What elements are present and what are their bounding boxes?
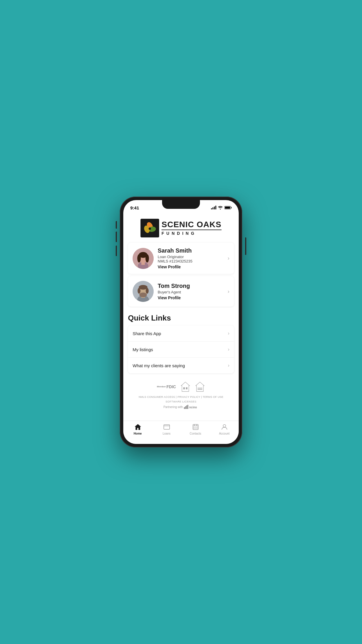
- status-icons: [211, 206, 232, 209]
- footer-links[interactable]: NMLS CONSUMER ACCESS | PRIVACY POLICY | …: [139, 396, 224, 398]
- fdic-main-text: FDIC: [166, 384, 176, 389]
- svg-rect-35: [193, 424, 198, 430]
- battery-icon: [224, 206, 232, 209]
- svg-point-13: [137, 254, 141, 262]
- tab-loans[interactable]: Loans: [152, 423, 181, 435]
- oak-logo-svg: [142, 220, 157, 236]
- phone-frame: 9:41: [120, 197, 242, 447]
- profile-info-sarah: Sarah Smith Loan Originator NMLS #123432…: [158, 247, 224, 269]
- equal-housing-opportunity-icon: [195, 382, 205, 392]
- quick-link-clients-saying-label: What my clients are saying: [133, 363, 185, 368]
- tab-contacts[interactable]: Contacts: [181, 423, 210, 435]
- notch: [162, 200, 200, 209]
- svg-rect-1: [231, 207, 232, 209]
- profile-nmls-sarah: NMLS #1234325235: [158, 259, 224, 263]
- quick-links-card: Share this App › My listings › What my c…: [128, 326, 234, 373]
- svg-marker-26: [196, 382, 204, 391]
- svg-rect-30: [185, 406, 186, 409]
- wifi-icon: [218, 206, 223, 209]
- svg-point-7: [149, 228, 151, 230]
- chevron-my-listings: ›: [228, 347, 229, 352]
- phone-screen: 9:41: [123, 200, 239, 444]
- footer-section: Member FDIC: [123, 376, 239, 414]
- profile-card-tom[interactable]: Tom Strong Buyer's Agent View Profile ›: [128, 276, 234, 307]
- svg-rect-2: [225, 207, 230, 209]
- footer-partner: Partnering with ncino: [164, 405, 199, 409]
- svg-point-21: [138, 288, 140, 294]
- quick-links-title: Quick Links: [128, 314, 234, 323]
- loans-icon: [163, 423, 171, 431]
- svg-text:ncino: ncino: [189, 406, 197, 409]
- tab-bar: Home Loans: [123, 421, 239, 444]
- svg-point-14: [145, 254, 149, 262]
- profile-card-sarah[interactable]: Sarah Smith Loan Originator NMLS #123432…: [128, 243, 234, 274]
- tab-home[interactable]: Home: [123, 423, 152, 435]
- footer-logos: Member FDIC: [157, 382, 205, 392]
- fdic-badge: Member FDIC: [157, 384, 176, 389]
- svg-rect-32: [187, 405, 188, 409]
- fdic-member-text: Member: [157, 385, 166, 388]
- logo-subtitle: FUNDING: [161, 231, 221, 236]
- tab-account-label: Account: [219, 432, 229, 435]
- brand-logo-icon: [140, 219, 159, 237]
- svg-point-22: [146, 288, 149, 294]
- tab-loans-label: Loans: [163, 432, 171, 435]
- quick-link-clients-saying[interactable]: What my clients are saying ›: [128, 358, 234, 373]
- equal-housing-lender-icon: [180, 382, 191, 392]
- svg-rect-31: [186, 405, 187, 409]
- tab-account[interactable]: Account: [210, 423, 239, 435]
- profile-role-tom: Buyer's Agent: [158, 290, 224, 294]
- avatar-tom: [133, 281, 154, 302]
- tab-home-label: Home: [134, 432, 142, 435]
- chevron-tom: ›: [228, 288, 229, 295]
- contacts-icon: [192, 423, 199, 431]
- svg-rect-28: [198, 389, 202, 390]
- profile-view-sarah[interactable]: View Profile: [158, 265, 224, 269]
- chevron-share-app: ›: [228, 331, 229, 336]
- logo-container: SCENIC OAKS FUNDING: [140, 219, 221, 237]
- screen-content: SCENIC OAKS FUNDING: [123, 213, 239, 421]
- profile-name-sarah: Sarah Smith: [158, 247, 224, 254]
- profile-info-tom: Tom Strong Buyer's Agent View Profile: [158, 283, 224, 300]
- tab-contacts-label: Contacts: [190, 432, 201, 435]
- quick-link-share-app[interactable]: Share this App ›: [128, 326, 234, 342]
- svg-rect-34: [164, 425, 170, 429]
- footer-partner-text: Partnering with: [164, 405, 183, 409]
- logo-underline: [161, 230, 221, 230]
- svg-rect-29: [184, 407, 185, 409]
- footer-software[interactable]: SOFTWARE LICENSES: [166, 400, 196, 403]
- avatar-sarah: [133, 248, 154, 269]
- svg-point-41: [223, 425, 226, 427]
- chevron-sarah: ›: [228, 255, 229, 261]
- chevron-clients-saying: ›: [228, 363, 229, 368]
- logo-text-block: SCENIC OAKS FUNDING: [161, 220, 221, 236]
- quick-link-my-listings-label: My listings: [133, 347, 153, 352]
- profile-name-tom: Tom Strong: [158, 283, 224, 289]
- quick-links-section: Quick Links Share this App › My listings…: [123, 309, 239, 376]
- svg-rect-27: [198, 388, 202, 388]
- status-time: 9:41: [130, 205, 139, 210]
- profile-view-tom[interactable]: View Profile: [158, 295, 224, 300]
- svg-rect-25: [186, 387, 187, 389]
- profile-role-sarah: Loan Originator: [158, 255, 224, 259]
- account-icon: [221, 423, 228, 431]
- home-icon: [134, 423, 142, 431]
- logo-title: SCENIC OAKS: [161, 220, 221, 229]
- svg-rect-24: [183, 387, 184, 389]
- svg-point-19: [139, 293, 147, 297]
- ncino-logo-icon: ncino: [184, 405, 198, 409]
- svg-marker-23: [181, 382, 189, 391]
- signal-icon: [211, 206, 216, 209]
- logo-section: SCENIC OAKS FUNDING: [123, 213, 239, 240]
- quick-link-my-listings[interactable]: My listings ›: [128, 342, 234, 358]
- quick-link-share-app-label: Share this App: [133, 331, 161, 336]
